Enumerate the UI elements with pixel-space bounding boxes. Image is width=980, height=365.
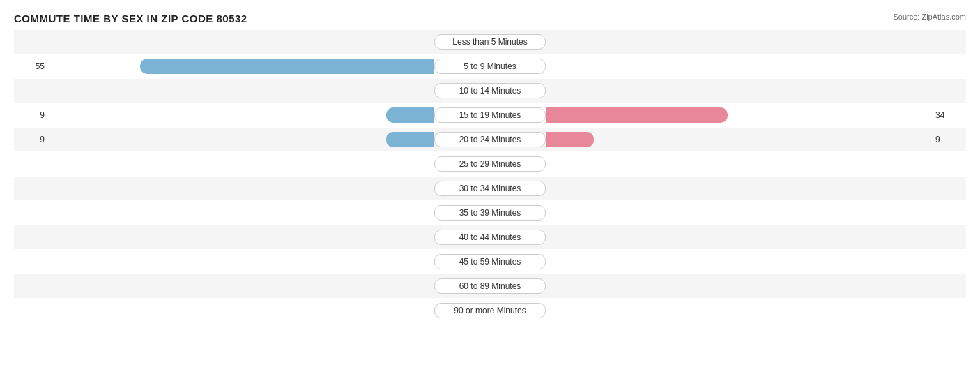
male-bar [386, 132, 434, 147]
chart-title: COMMUTE TIME BY SEX IN ZIP CODE 80532 [14, 13, 966, 24]
row-label: 5 to 9 Minutes [434, 59, 546, 74]
bar-row-inner: 40 to 44 Minutes [49, 225, 931, 249]
bar-row-inner: 15 to 19 Minutes [49, 103, 931, 127]
table-row: 40 to 44 Minutes [14, 225, 966, 249]
bar-left-wrap [49, 230, 434, 245]
bar-right-wrap [546, 303, 931, 318]
bar-right-wrap [546, 107, 931, 123]
table-row: 30 to 34 Minutes [14, 177, 966, 200]
bar-right-wrap [546, 59, 931, 74]
chart-area: Less than 5 Minutes 55 5 to 9 Minutes 10… [14, 30, 966, 306]
bar-row-inner: 20 to 24 Minutes [49, 128, 931, 151]
row-label: 60 to 89 Minutes [434, 278, 546, 294]
table-row: 60 to 89 Minutes [14, 274, 966, 298]
row-label: 25 to 29 Minutes [434, 156, 546, 172]
row-label: 20 to 24 Minutes [434, 132, 546, 147]
bar-right-wrap [546, 278, 931, 294]
row-label: 10 to 14 Minutes [434, 83, 546, 98]
male-value: 55 [14, 61, 49, 71]
row-label: 45 to 59 Minutes [434, 254, 546, 269]
male-value: 9 [14, 110, 49, 120]
table-row: 10 to 14 Minutes [14, 79, 966, 103]
bar-left-wrap [49, 205, 434, 221]
table-row: 25 to 29 Minutes [14, 152, 966, 176]
bar-row-inner: 10 to 14 Minutes [49, 79, 931, 103]
bar-left-wrap [49, 132, 434, 147]
bar-right-wrap [546, 156, 931, 172]
table-row: Less than 5 Minutes [14, 30, 966, 54]
table-row: 9 15 to 19 Minutes 34 [14, 103, 966, 127]
bar-row-inner: 5 to 9 Minutes [49, 54, 931, 78]
bar-right-wrap [546, 34, 931, 50]
row-label: 40 to 44 Minutes [434, 230, 546, 245]
row-label: 90 or more Minutes [434, 303, 546, 318]
bar-left-wrap [49, 107, 434, 123]
bar-left-wrap [49, 181, 434, 196]
bar-left-wrap [49, 59, 434, 74]
row-label: 15 to 19 Minutes [434, 107, 546, 123]
bar-row-inner: 30 to 34 Minutes [49, 177, 931, 200]
female-value: 9 [931, 135, 966, 144]
bar-row-inner: 60 to 89 Minutes [49, 274, 931, 298]
bar-right-wrap [546, 181, 931, 196]
table-row: 9 20 to 24 Minutes 9 [14, 128, 966, 151]
table-row: 35 to 39 Minutes [14, 201, 966, 225]
male-bar [386, 107, 434, 123]
bar-row-inner: 45 to 59 Minutes [49, 250, 931, 274]
bar-left-wrap [49, 254, 434, 269]
row-label: 35 to 39 Minutes [434, 205, 546, 221]
bar-right-wrap [546, 254, 931, 269]
female-bar [546, 132, 594, 147]
bar-left-wrap [49, 83, 434, 98]
bar-right-wrap [546, 132, 931, 147]
chart-container: COMMUTE TIME BY SEX IN ZIP CODE 80532 So… [0, 0, 980, 365]
bar-left-wrap [49, 303, 434, 318]
bar-row-inner: Less than 5 Minutes [49, 30, 931, 54]
bar-row-inner: 35 to 39 Minutes [49, 201, 931, 225]
female-value: 34 [931, 110, 966, 120]
table-row: 55 5 to 9 Minutes [14, 54, 966, 78]
bar-left-wrap [49, 278, 434, 294]
bar-right-wrap [546, 83, 931, 98]
female-bar [546, 107, 728, 123]
bar-row-inner: 90 or more Minutes [49, 299, 931, 322]
row-label: Less than 5 Minutes [434, 34, 546, 50]
male-value: 9 [14, 135, 49, 144]
male-bar [140, 59, 434, 74]
bar-right-wrap [546, 230, 931, 245]
table-row: 45 to 59 Minutes [14, 250, 966, 274]
bar-left-wrap [49, 156, 434, 172]
source-label: Source: ZipAtlas.com [893, 13, 966, 21]
bar-row-inner: 25 to 29 Minutes [49, 152, 931, 176]
row-label: 30 to 34 Minutes [434, 181, 546, 196]
table-row: 90 or more Minutes [14, 299, 966, 322]
bar-right-wrap [546, 205, 931, 221]
bar-left-wrap [49, 34, 434, 50]
